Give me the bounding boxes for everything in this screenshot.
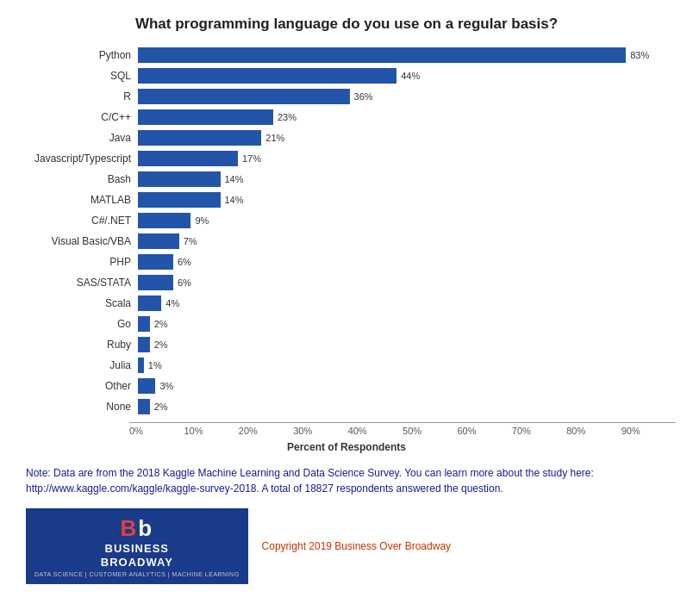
bar-container: 83% [138,47,667,63]
bar-label: Java [26,132,138,144]
bar-row: None2% [26,398,667,415]
bar-label: Ruby [26,339,138,351]
bar-value: 21% [265,133,284,143]
bar [138,399,150,414]
bar-label: R [26,90,138,103]
bar-container: 6% [138,254,667,270]
bar [138,171,221,187]
x-tick: 10% [184,423,238,436]
bar-row: Java21% [26,129,667,146]
bar-row: Go2% [26,315,667,333]
bar-row: Javascript/Typescript17% [26,150,667,167]
bar-label: C#/.NET [26,215,138,227]
logo-sub: DATA SCIENCE | CUSTOMER ANALYTICS | MACH… [34,571,240,577]
bar [138,358,144,373]
bar [138,68,396,84]
chart-area: Python83%SQL44%R36%C/C++23%Java21%Javasc… [17,47,676,419]
x-tick: 20% [239,423,293,436]
bar-label: SAS/STATA [26,277,138,289]
bar-row: Scala4% [26,295,667,312]
bar [138,316,150,332]
bar-label: MATLAB [26,194,138,206]
bar-label: Julia [26,359,138,371]
x-tick: 0% [129,423,184,436]
bar [138,275,173,290]
bar-value: 44% [401,71,420,81]
bar [138,254,173,270]
bar-label: Go [26,318,138,330]
bar-value: 1% [148,360,162,370]
bar-container: 9% [138,213,667,228]
bar-value: 7% [184,236,197,246]
x-axis: 0%10%20%30%40%50%60%70%80%90% [129,422,676,436]
bar-label: Python [26,49,138,61]
logo: Bb BUSINESS BROADWAY DATA SCIENCE | CUST… [26,508,248,584]
bar [138,233,179,249]
bar-value: 2% [154,339,168,350]
bar-label: Bash [26,173,138,185]
bar [138,151,238,166]
logo-name1: BUSINESS [105,542,169,556]
bar [138,213,190,228]
bar-container: 1% [138,358,667,373]
chart-wrapper: What programming language do you use on … [17,16,676,584]
note-text: Note: Data are from the 2018 Kaggle Mach… [17,465,676,496]
x-tick: 30% [293,423,347,436]
x-axis-label: Percent of Respondents [17,441,676,453]
bar-label: Other [26,380,138,392]
bar-value: 14% [225,174,244,184]
bar-container: 44% [138,68,667,84]
bar-value: 6% [178,277,191,288]
bar [138,89,350,104]
bar [138,47,626,63]
bar-label: Scala [26,297,138,309]
bar-row: Ruby2% [26,336,667,353]
bar-value: 36% [354,91,373,102]
bar-row: C/C++23% [26,109,667,126]
bar-container: 2% [138,316,667,332]
bar [138,296,161,311]
bar-row: R36% [26,88,667,105]
bar-value: 3% [159,381,173,391]
bar-value: 6% [178,257,191,267]
bar-container: 4% [138,296,667,311]
chart-title: What programming language do you use on … [17,16,676,33]
copyright-text: Copyright 2019 Business Over Broadway [262,540,451,552]
bar [138,130,261,146]
bar-value: 2% [154,401,168,412]
x-tick: 40% [348,423,403,436]
bar-container: 2% [138,337,667,352]
bar-value: 14% [225,195,244,205]
bar-row: Julia1% [26,357,667,374]
bar [138,378,155,394]
bar-container: 7% [138,233,667,249]
bar-row: Other3% [26,377,667,395]
x-tick: 60% [457,423,511,436]
bar-value: 9% [195,215,209,226]
x-tick: 50% [403,423,457,436]
bar-row: Python83% [26,47,667,64]
bar-label: PHP [26,256,138,268]
bar-label: Javascript/Typescript [26,152,138,165]
x-tick: 90% [621,423,676,436]
bar-container: 21% [138,130,667,146]
bar-label: SQL [26,70,138,82]
bar [138,337,150,352]
logo-bb: Bb [120,515,153,542]
bar-container: 36% [138,89,667,104]
bar-value: 23% [278,112,297,122]
bar-label: C/C++ [26,111,138,123]
bar-row: Bash14% [26,171,667,188]
bar-row: SQL44% [26,67,667,84]
bar-container: 6% [138,275,667,290]
footer: Bb BUSINESS BROADWAY DATA SCIENCE | CUST… [17,508,676,584]
bar [138,192,221,208]
x-tick: 80% [566,423,621,436]
bar-value: 83% [630,50,649,60]
bar-value: 17% [242,153,261,164]
bar-value: 4% [165,298,179,308]
bar-container: 17% [138,151,667,166]
bar-container: 14% [138,192,667,208]
bar-row: Visual Basic/VBA7% [26,233,667,250]
logo-name2: BROADWAY [101,556,173,569]
